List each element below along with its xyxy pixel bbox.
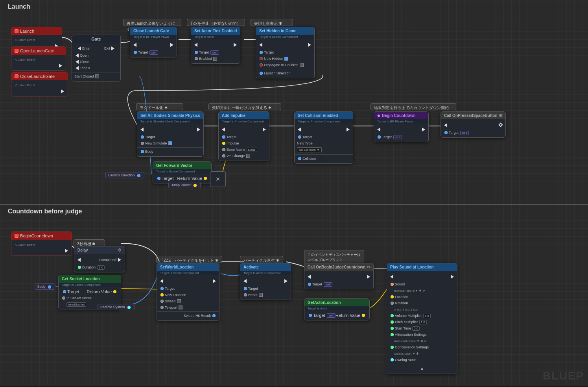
- event-icon: [15, 29, 18, 33]
- node-multiply: ×: [210, 171, 226, 187]
- section-label-countdown: Countdown before judge: [4, 206, 86, 217]
- node-collision-title: Set Collision Enabled: [298, 113, 338, 118]
- comment-3sec: 3秒待機 ✱: [74, 239, 105, 246]
- node-impulse-impulse: Impulse: [219, 140, 269, 146]
- node-play-sound-pitch: Pitch Multiplier 1.0: [387, 319, 457, 325]
- node-fwd-title: Get Forward Vector: [156, 163, 192, 168]
- node-begin-countdown-event-title: BeginCountdown: [20, 233, 53, 238]
- node-call-pressed-body: Target self: [441, 119, 505, 137]
- node-call-judge-header: Call OnBeginJudgeCountdown ✉: [304, 263, 373, 271]
- node-hidden-launch-dir: Launch Direction: [256, 70, 314, 76]
- node-begin-countdown-subtitle: Target is BP Player Pawn: [374, 119, 428, 124]
- node-set-hidden-header: Set Hidden in Game: [256, 27, 314, 35]
- node-collision-newtype: New Type: [295, 140, 353, 146]
- node-play-sound-sound: Sound: [387, 281, 457, 287]
- node-fwd-pins: Target Return Value: [153, 175, 211, 181]
- node-play-sound-header: Play Sound at Location: [387, 263, 457, 271]
- node-actor-loc-pins: Target self Return Value: [304, 312, 369, 318]
- node-play-sound-location: Location: [387, 294, 457, 300]
- node-activate-header: Activate: [240, 263, 291, 271]
- node-impulse-target: Target: [219, 134, 269, 140]
- label-launch-direction: Launch Direction: [105, 172, 144, 178]
- comment-ragdoll: ラグドール化 ✱: [136, 103, 183, 110]
- node-swl-newloc: New Location: [157, 292, 219, 298]
- node-close-launch-subtitle: Custom Event: [11, 82, 68, 88]
- node-activate-subtitle: Target is Actor Component: [240, 271, 291, 275]
- node-set-hidden-subtitle: Target is Scene Component: [256, 35, 314, 39]
- node-play-sound-sound-val: monster-snorel▼ ✱ ➤: [387, 287, 457, 294]
- node-close-launch-title: CloseLaunchGate: [20, 74, 55, 79]
- node-socket-target-pin: Target: [62, 289, 79, 294]
- node-begin-countdown-event: BeginCountdown Custom Event: [11, 231, 72, 256]
- node-play-sound-pins: [387, 272, 457, 281]
- node-begin-countdown-event-body: Custom Event: [11, 240, 72, 256]
- node-close-launch-header: CloseLaunchGate: [11, 72, 68, 80]
- node-bodies-target: Target: [137, 134, 203, 140]
- gate-exit-pin: Exit: [102, 45, 118, 52]
- node-begin-countdown-diamond: ◆: [377, 113, 380, 118]
- node-delay-pins-row: Completed: [74, 256, 125, 264]
- node-launch-title: Launch: [20, 29, 34, 33]
- node-play-sound-vol: Volume Multiplier 1.0: [387, 313, 457, 319]
- node-socket-subtitle: Target is Scene Component: [59, 283, 121, 287]
- node-collision-subtitle: Target is Primitive Component: [295, 119, 353, 124]
- node-play-sound-title: Play Sound at Location: [390, 265, 434, 269]
- section-bottom: Countdown before judge BeginCountdown: [0, 205, 588, 386]
- comment-zzz: 「ZZZ」パーティクルをセット ✱: [156, 256, 222, 263]
- comment-ragdoll-text: ラグドール化 ✱: [140, 106, 168, 110]
- node-play-sound-rotation-vals: X 0.0 Y 0.0 Z 0.0: [387, 306, 457, 313]
- node-begin-countdown-target: Target self: [374, 134, 428, 140]
- node-swl-sweephit: Sweep Hit Result: [157, 313, 219, 319]
- node-gate: Gate Enter Exit Open Close: [72, 35, 121, 81]
- watermark-text: BLUEP: [543, 370, 584, 382]
- node-set-tick-header: Set Actor Tick Enabled: [191, 27, 240, 35]
- node-begin-countdown-event-header: BeginCountdown: [11, 232, 72, 240]
- comment-arrow: 矢印も非表示 ✱: [251, 19, 293, 26]
- label-particle-system: Particle System: [98, 304, 135, 310]
- node-set-bodies-header: Set All Bodies Simulate Physics: [137, 112, 203, 119]
- node-play-sound-owning: Owning Actor: [387, 357, 457, 363]
- node-fwd-header: Get Forward Vector: [153, 162, 211, 169]
- node-call-judge-icon: ✉: [367, 265, 370, 269]
- event-icon-3: [15, 74, 18, 78]
- node-swl-pins: [157, 277, 219, 285]
- node-actor-loc-return: Return Value: [335, 313, 366, 318]
- node-swl-target: Target: [157, 285, 219, 292]
- node-hidden-new-hidden: New Hidden: [256, 56, 314, 62]
- node-swl-teleport: Teleport: [157, 304, 219, 311]
- node-socket-header: Get Socket Location: [59, 275, 121, 283]
- node-activate-target: Target: [240, 285, 291, 292]
- node-play-sound-concurrency-val: Select Asset ▼ ✱: [387, 350, 457, 357]
- node-set-bodies-body: Target New Simulate Body: [137, 124, 203, 156]
- node-actor-loc-body: Target self Return Value: [304, 311, 369, 320]
- node-set-tick-title: Set Actor Tick Enabled: [194, 29, 237, 33]
- node-hidden-propagate: Propagate to Children: [256, 62, 314, 68]
- comment-arrow-text: 矢印も非表示 ✱: [254, 21, 282, 26]
- node-open-launch-header: OpenLaunchGate: [11, 47, 66, 55]
- node-open-launch-subtitle: Custom Event: [11, 56, 66, 63]
- node-socket-insocket: In Socket Name: [59, 295, 121, 301]
- node-actor-loc-title: GetActorLocation: [308, 300, 341, 305]
- node-begin-countdown-event-exec: [11, 248, 72, 254]
- node-begin-countdown-title: Begin Countdown: [382, 113, 416, 118]
- gate-close-pin: Close: [72, 59, 120, 65]
- comment-zzz-text: 「ZZZ」パーティクルをセット ✱: [160, 258, 218, 263]
- node-impulse-body: Target Impulse Bone Name None Vel Change: [219, 124, 269, 161]
- node-call-pressed-space: Call OnPressedSpaceButton ✉ Target self: [441, 111, 506, 138]
- label-body-bottom: Body: [35, 283, 55, 290]
- event-icon-begin: [15, 234, 18, 238]
- node-activate-pins: [240, 277, 291, 285]
- node-activate-title: Activate: [243, 265, 259, 269]
- node-socket-pins: Target Return Value: [59, 289, 121, 295]
- node-open-launch-title: OpenLaunchGate: [20, 48, 54, 53]
- node-play-sound-body: Sound monster-snorel▼ ✱ ➤ Location Rotat…: [387, 271, 457, 374]
- node-add-impulse: Add Impulse Target is Primitive Componen…: [218, 111, 269, 161]
- node-gate-body: Enter Exit Open Close Toggle S: [72, 43, 120, 81]
- node-play-sound-triangle: ▲: [387, 365, 457, 372]
- node-play-sound-rotation: Rotation: [387, 300, 457, 306]
- node-open-launch-event: OpenLaunchGate Custom Event: [11, 46, 66, 71]
- node-impulse-header: Add Impulse: [219, 112, 269, 119]
- section-label-launch: Launch: [4, 1, 34, 13]
- gate-toggle-pin: Toggle: [72, 65, 120, 71]
- node-set-tick-enabled: Enabled: [191, 56, 240, 62]
